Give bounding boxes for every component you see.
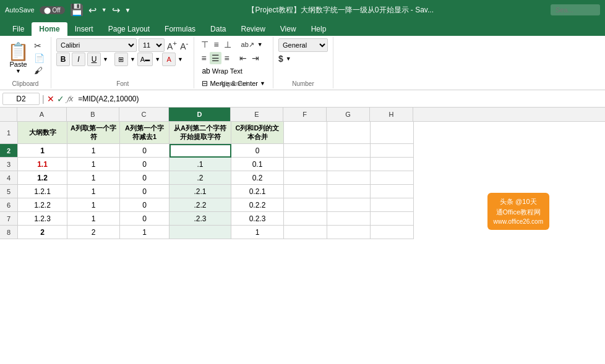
cell-e3[interactable]: 0.1 [231, 158, 284, 171]
cell-d6[interactable]: .2.2 [169, 198, 231, 212]
cell-h8[interactable] [371, 226, 414, 239]
align-center-button[interactable]: ☰ [210, 52, 221, 64]
row-num-2[interactable]: 2 [0, 144, 17, 158]
fill-color-button[interactable]: A▬ [137, 53, 153, 66]
cell-c4[interactable]: 0 [120, 171, 169, 185]
cell-g3[interactable] [327, 158, 371, 171]
underline-button[interactable]: U [87, 53, 101, 66]
cell-c5[interactable]: 0 [120, 185, 169, 198]
cell-h6[interactable] [371, 198, 414, 212]
cut-button[interactable]: ✂ [33, 40, 46, 52]
cell-h7[interactable] [371, 212, 414, 226]
cell-a1[interactable]: 大纲数字 [18, 122, 67, 144]
col-header-d[interactable]: D [169, 108, 231, 121]
cell-e2[interactable]: 0 [231, 144, 284, 158]
cell-c8[interactable]: 1 [120, 226, 169, 239]
font-shrink-button[interactable]: A- [179, 38, 189, 52]
col-header-e[interactable]: E [231, 108, 283, 121]
tab-page-layout[interactable]: Page Layout [101, 22, 157, 36]
confirm-formula-icon[interactable]: ✓ [57, 94, 64, 104]
row-num-8[interactable]: 8 [0, 226, 17, 239]
font-grow-button[interactable]: A+ [166, 38, 178, 52]
cell-a2[interactable]: 1 [18, 144, 67, 158]
cell-b4[interactable]: 1 [67, 171, 120, 185]
save-icon[interactable]: 💾 [70, 3, 84, 17]
row-num-1[interactable]: 1 [0, 122, 17, 144]
tab-insert[interactable]: Insert [67, 22, 101, 36]
col-header-f[interactable]: F [283, 108, 327, 121]
undo-dropdown-icon[interactable]: ▼ [101, 7, 107, 13]
customize-icon[interactable]: ▼ [125, 7, 131, 14]
cell-c6[interactable]: 0 [120, 198, 169, 212]
col-header-b[interactable]: B [67, 108, 119, 121]
row-num-4[interactable]: 4 [0, 171, 17, 185]
orientation-dropdown[interactable]: ▼ [257, 41, 263, 48]
increase-indent-button[interactable]: ⇥ [250, 52, 261, 64]
tab-data[interactable]: Data [203, 22, 233, 36]
paste-dropdown[interactable]: ▼ [15, 68, 21, 74]
redo-icon[interactable]: ↪ [112, 4, 120, 16]
cell-f3[interactable] [284, 158, 327, 171]
font-color-button[interactable]: A [162, 53, 176, 66]
cell-d5[interactable]: .2.1 [169, 185, 231, 198]
col-header-a[interactable]: A [17, 108, 67, 121]
cell-a7[interactable]: 1.2.3 [18, 212, 67, 226]
cell-g8[interactable] [327, 226, 371, 239]
cell-g5[interactable] [327, 185, 371, 198]
cell-a3[interactable]: 1.1 [18, 158, 67, 171]
tab-review[interactable]: Review [233, 22, 272, 36]
row-num-7[interactable]: 7 [0, 212, 17, 226]
number-format-select[interactable]: General [278, 38, 328, 52]
cancel-formula-icon[interactable]: ✕ [47, 94, 54, 104]
cell-e6[interactable]: 0.2.2 [231, 198, 284, 212]
autosave-toggle[interactable]: ⬤ Off [40, 6, 65, 14]
cell-g7[interactable] [327, 212, 371, 226]
underline-dropdown[interactable]: ▼ [103, 56, 108, 62]
cell-g6[interactable] [327, 198, 371, 212]
tab-view[interactable]: View [273, 22, 304, 36]
tab-formulas[interactable]: Formulas [157, 22, 203, 36]
cell-d7[interactable]: .2.3 [169, 212, 231, 226]
orientation-button[interactable]: ab↗ [239, 40, 256, 50]
tab-file[interactable]: File [5, 22, 32, 36]
cell-b8[interactable]: 2 [67, 226, 120, 239]
cell-f4[interactable] [284, 171, 327, 185]
italic-button[interactable]: I [72, 53, 85, 66]
cell-g4[interactable] [327, 171, 371, 185]
cell-b2[interactable]: 1 [67, 144, 120, 158]
cell-a4[interactable]: 1.2 [18, 171, 67, 185]
cell-g2[interactable] [327, 144, 371, 158]
cell-f2[interactable] [284, 144, 327, 158]
cell-e7[interactable]: 0.2.3 [231, 212, 284, 226]
cell-f1[interactable] [284, 122, 327, 144]
copy-button[interactable]: 📄 [33, 53, 46, 64]
cell-h3[interactable] [371, 158, 414, 171]
cell-e5[interactable]: 0.2.1 [231, 185, 284, 198]
bold-button[interactable]: B [56, 53, 70, 66]
align-top-button[interactable]: ⊤ [199, 38, 210, 51]
align-right-button[interactable]: ≡ [223, 52, 231, 64]
cell-a6[interactable]: 1.2.2 [18, 198, 67, 212]
dollar-dropdown[interactable]: ▼ [286, 56, 291, 62]
cell-f8[interactable] [284, 226, 327, 239]
cell-d4[interactable]: .2 [169, 171, 231, 185]
cell-b7[interactable]: 1 [67, 212, 120, 226]
cell-e8[interactable]: 1 [231, 226, 284, 239]
cell-reference-input[interactable] [2, 93, 40, 105]
dollar-button[interactable]: $ [278, 54, 283, 64]
format-painter-button[interactable]: 🖌 [33, 65, 46, 77]
cell-a8[interactable]: 2 [18, 226, 67, 239]
cell-f5[interactable] [284, 185, 327, 198]
cell-b6[interactable]: 1 [67, 198, 120, 212]
cell-h5[interactable] [371, 185, 414, 198]
wrap-text-button[interactable]: ab Wrap Text [199, 66, 244, 77]
cell-e1[interactable]: C列和D列的文本合并 [231, 122, 284, 144]
cell-c1[interactable]: A列第一个字符减去1 [120, 122, 169, 144]
cell-c7[interactable]: 0 [120, 212, 169, 226]
cell-g1[interactable] [327, 122, 371, 144]
row-num-6[interactable]: 6 [0, 198, 17, 212]
tab-help[interactable]: Help [304, 22, 334, 36]
cell-b1[interactable]: A列取第一个字符 [67, 122, 120, 144]
cell-d2[interactable] [169, 144, 231, 158]
fill-dropdown[interactable]: ▼ [155, 56, 160, 62]
